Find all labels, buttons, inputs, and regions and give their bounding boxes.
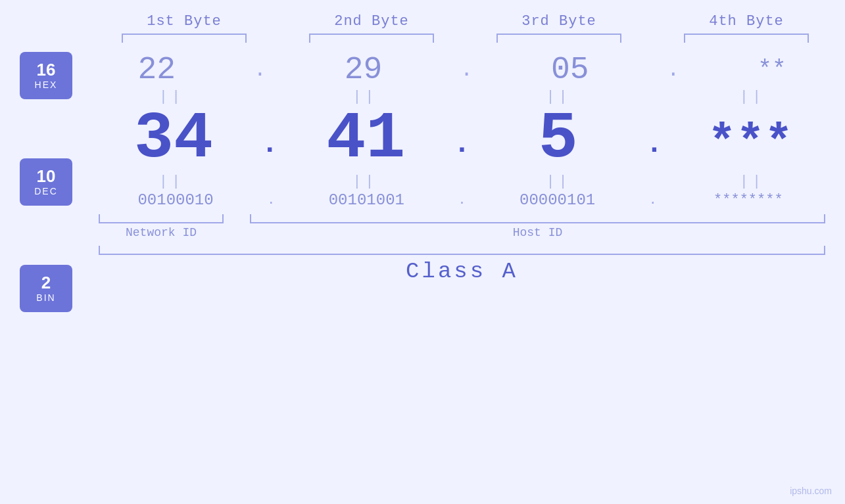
- dot-hex-1: .: [254, 58, 266, 82]
- bin-badge-label: BIN: [36, 292, 55, 303]
- host-id-bracket: [250, 214, 825, 223]
- dec-badge: 10 DEC: [20, 158, 72, 206]
- bin-val-3: 00000101: [495, 191, 620, 209]
- top-bracket-4: [684, 34, 809, 43]
- eq-1-4: ||: [690, 89, 815, 105]
- hex-val-3: 05: [551, 52, 589, 87]
- dot-hex-3: .: [667, 58, 679, 82]
- hex-val-4: **: [758, 57, 786, 83]
- dot-dec-1: .: [261, 127, 278, 172]
- main-container: 1st Byte 2nd Byte 3rd Byte 4th Byte 16 H…: [0, 0, 845, 504]
- dec-val-2: 41: [303, 106, 428, 172]
- eq-2-2: ||: [302, 173, 427, 190]
- dot-bin-3: .: [649, 193, 657, 208]
- top-bracket-1: [122, 34, 247, 43]
- byte-header-4: 4th Byte: [681, 13, 812, 30]
- hex-badge: 16 HEX: [20, 52, 72, 99]
- top-bracket-2: [309, 34, 434, 43]
- dot-bin-2: .: [458, 193, 466, 208]
- byte-header-3: 3rd Byte: [493, 13, 625, 30]
- eq-2-3: ||: [496, 173, 621, 190]
- hex-val-1: 22: [137, 52, 176, 87]
- dot-hex-2: .: [460, 58, 473, 82]
- dot-bin-1: .: [267, 193, 275, 208]
- dot-dec-2: .: [453, 127, 470, 172]
- dec-val-4: ***: [688, 120, 813, 172]
- byte-header-2: 2nd Byte: [306, 13, 437, 30]
- hex-val-2: 29: [345, 52, 383, 87]
- dec-val-3: 5: [496, 106, 621, 172]
- eq-2-1: ||: [109, 173, 234, 190]
- class-a-bracket: [99, 246, 825, 255]
- dec-badge-label: DEC: [34, 186, 58, 196]
- network-id-bracket: [99, 214, 224, 223]
- bin-badge: 2 BIN: [20, 265, 72, 312]
- bin-val-1: 00100010: [113, 191, 238, 209]
- byte-header-1: 1st Byte: [118, 13, 250, 30]
- host-id-label: Host ID: [250, 226, 825, 239]
- network-id-label: Network ID: [99, 226, 224, 239]
- dec-badge-number: 10: [37, 168, 56, 185]
- badges-column: 16 HEX 10 DEC 2 BIN: [0, 52, 92, 312]
- bin-val-2: 00101001: [304, 191, 429, 209]
- bin-badge-number: 2: [41, 274, 51, 291]
- dec-val-1: 34: [111, 106, 236, 172]
- dot-dec-3: .: [646, 127, 663, 172]
- top-bracket-3: [496, 34, 621, 43]
- eq-2-4: ||: [690, 173, 815, 190]
- hex-badge-label: HEX: [35, 80, 58, 90]
- watermark: ipshu.com: [790, 486, 832, 496]
- hex-badge-number: 16: [37, 61, 56, 78]
- bin-val-4: ********: [686, 192, 811, 208]
- class-a-label: Class A: [99, 259, 825, 284]
